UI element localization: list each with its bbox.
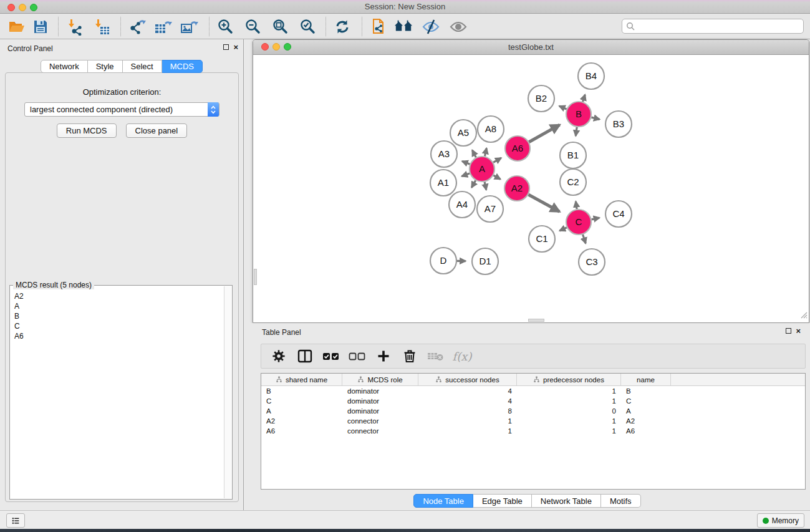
graph-edge-A6-B[interactable] bbox=[529, 125, 559, 142]
function-builder-icon[interactable]: f(x) bbox=[453, 350, 471, 363]
graph-node-B2[interactable]: B2 bbox=[528, 85, 554, 112]
tab-mcds[interactable]: MCDS bbox=[162, 60, 203, 73]
table-row[interactable]: A6connector11A6 bbox=[261, 426, 805, 436]
table-row[interactable]: Adominator80A bbox=[261, 406, 805, 416]
table-cell[interactable]: 1 bbox=[418, 416, 517, 426]
result-item[interactable]: C bbox=[14, 321, 224, 331]
splitter-nub-horizontal[interactable] bbox=[528, 319, 544, 322]
close-panel-icon[interactable]: × bbox=[233, 44, 238, 51]
unselect-all-columns-icon[interactable] bbox=[349, 349, 366, 364]
table-cell[interactable]: dominator bbox=[342, 406, 418, 416]
hide-graphics-details-icon[interactable] bbox=[422, 18, 440, 36]
table-cell[interactable]: A2 bbox=[621, 416, 671, 426]
memory-button[interactable]: Memory bbox=[757, 513, 804, 528]
graph-edge-C-C3[interactable] bbox=[583, 235, 586, 243]
column-header-shared-name[interactable]: shared name bbox=[261, 374, 342, 385]
tab-select[interactable]: Select bbox=[123, 60, 162, 73]
graph-edge-A2-C[interactable] bbox=[528, 195, 559, 211]
graph-edge-C-C4[interactable] bbox=[592, 218, 600, 220]
table-tab-network-table[interactable]: Network Table bbox=[532, 494, 601, 508]
table-settings-icon[interactable] bbox=[270, 349, 287, 364]
import-network-icon[interactable] bbox=[65, 18, 84, 36]
result-item[interactable]: B bbox=[14, 311, 224, 321]
close-panel-button[interactable]: Close panel bbox=[126, 123, 188, 138]
table-cell[interactable]: 1 bbox=[517, 386, 621, 396]
search-box[interactable] bbox=[622, 19, 804, 34]
table-cell[interactable]: B bbox=[261, 386, 342, 396]
table-cell[interactable]: B bbox=[621, 386, 671, 396]
graph-edge-A-A3[interactable] bbox=[462, 161, 470, 164]
table-tab-motifs[interactable]: Motifs bbox=[601, 494, 641, 508]
export-network-icon[interactable] bbox=[128, 18, 147, 36]
result-item[interactable]: A2 bbox=[14, 291, 224, 301]
run-mcds-button[interactable]: Run MCDS bbox=[57, 123, 117, 138]
table-cell[interactable]: dominator bbox=[342, 386, 418, 396]
refresh-view-icon[interactable] bbox=[333, 18, 352, 36]
graph-edge-A-A8[interactable] bbox=[485, 148, 486, 157]
import-table-icon[interactable] bbox=[92, 18, 111, 36]
tab-network[interactable]: Network bbox=[41, 60, 88, 73]
table-cell[interactable]: 8 bbox=[418, 406, 517, 416]
table-cell[interactable]: A bbox=[621, 406, 671, 416]
table-cell[interactable]: 4 bbox=[418, 386, 517, 396]
float-panel-icon[interactable] bbox=[223, 44, 229, 50]
graph-node-A[interactable]: A bbox=[470, 157, 494, 181]
graph-edge-C-C2[interactable] bbox=[576, 201, 577, 209]
table-cell[interactable]: C bbox=[621, 396, 671, 406]
table-tab-node-table[interactable]: Node Table bbox=[413, 494, 473, 508]
graph-node-C1[interactable]: C1 bbox=[529, 226, 555, 252]
network-canvas[interactable]: B4B2BB3A5A8A6A3B1AC2A1A2A4A7C4CC1C3DD1 bbox=[254, 56, 808, 322]
graph-node-A8[interactable]: A8 bbox=[478, 116, 504, 142]
table-cell[interactable]: A bbox=[261, 406, 342, 416]
zoom-fit-icon[interactable] bbox=[271, 18, 289, 36]
export-table-icon[interactable] bbox=[154, 18, 173, 36]
zoom-out-icon[interactable] bbox=[243, 18, 262, 36]
table-cell[interactable]: 1 bbox=[517, 416, 621, 426]
graph-node-A2[interactable]: A2 bbox=[504, 176, 529, 201]
graph-edge-A-A6[interactable] bbox=[493, 158, 501, 162]
graph-edge-A-A4[interactable] bbox=[471, 180, 475, 187]
table-cell[interactable]: connector bbox=[342, 426, 418, 436]
table-cell[interactable]: A6 bbox=[621, 426, 671, 436]
graph-node-B3[interactable]: B3 bbox=[605, 111, 632, 137]
graph-edge-A-A5[interactable] bbox=[472, 150, 476, 158]
window-resize-grip[interactable] bbox=[799, 310, 808, 321]
table-cell[interactable]: 1 bbox=[517, 426, 621, 436]
column-header-MCDS-role[interactable]: MCDS role bbox=[342, 374, 418, 385]
graph-node-A4[interactable]: A4 bbox=[449, 191, 475, 218]
graph-edge-A-A2[interactable] bbox=[493, 175, 500, 179]
result-item[interactable]: A bbox=[14, 301, 224, 311]
select-all-columns-icon[interactable] bbox=[322, 349, 340, 364]
table-row[interactable]: Bdominator41B bbox=[261, 386, 805, 396]
column-header-successor-nodes[interactable]: successor nodes bbox=[418, 374, 517, 385]
export-image-icon[interactable] bbox=[180, 18, 199, 36]
graph-edge-C-C1[interactable] bbox=[559, 228, 566, 231]
zoom-selected-icon[interactable] bbox=[298, 18, 317, 36]
float-table-panel-icon[interactable] bbox=[786, 328, 791, 334]
table-cell[interactable]: connector bbox=[342, 416, 418, 426]
graph-node-A1[interactable]: A1 bbox=[430, 170, 456, 196]
table-row[interactable]: Cdominator41C bbox=[261, 396, 805, 406]
network-window-titlebar[interactable]: testGlobe.txt bbox=[253, 40, 809, 55]
graph-edge-B-B4[interactable] bbox=[583, 95, 586, 102]
show-graphics-details-icon[interactable] bbox=[449, 18, 468, 36]
search-input[interactable] bbox=[637, 20, 803, 32]
column-header-predecessor-nodes[interactable]: predecessor nodes bbox=[517, 374, 621, 385]
mcds-result-list[interactable]: A2ABCA6 bbox=[11, 288, 224, 498]
graph-node-C4[interactable]: C4 bbox=[605, 201, 632, 227]
graph-node-A6[interactable]: A6 bbox=[505, 136, 530, 161]
result-list-scrollbar[interactable] bbox=[224, 286, 231, 498]
task-history-button[interactable] bbox=[6, 513, 25, 528]
optimization-criterion-select[interactable]: largest connected component (directed) bbox=[24, 102, 219, 117]
graph-node-D1[interactable]: D1 bbox=[472, 248, 498, 274]
table-cell[interactable]: A2 bbox=[261, 416, 342, 426]
graph-node-C2[interactable]: C2 bbox=[560, 169, 586, 195]
graph-node-C[interactable]: C bbox=[566, 210, 591, 235]
table-cell[interactable]: 4 bbox=[418, 396, 517, 406]
table-cell[interactable]: A6 bbox=[261, 426, 342, 436]
close-table-panel-icon[interactable]: × bbox=[796, 327, 801, 334]
show-columns-icon[interactable] bbox=[296, 349, 314, 364]
table-row[interactable]: A2connector11A2 bbox=[261, 416, 805, 426]
save-session-icon[interactable] bbox=[31, 18, 50, 36]
graph-edge-B-B3[interactable] bbox=[591, 117, 599, 119]
